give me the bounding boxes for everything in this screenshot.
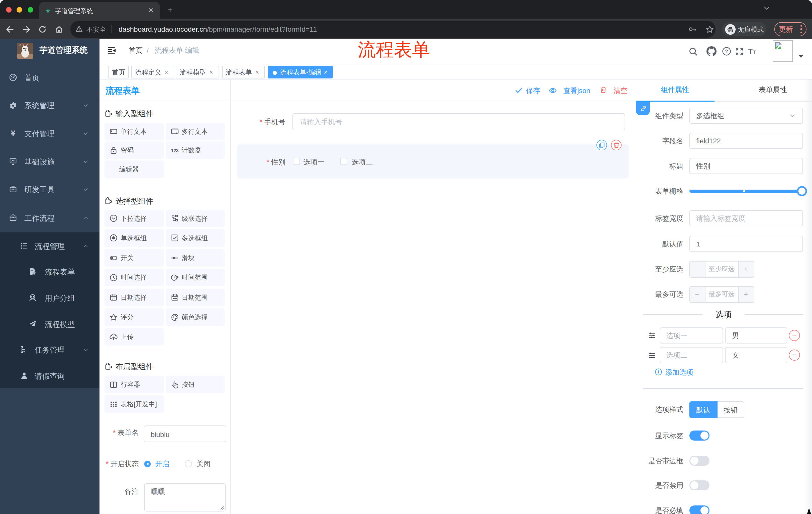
svg-text:T: T: [748, 47, 753, 55]
svg-text:?: ?: [725, 49, 728, 54]
svg-text:123: 123: [171, 148, 178, 153]
svg-text:T: T: [753, 50, 756, 55]
svg-text:¥: ¥: [11, 129, 15, 137]
